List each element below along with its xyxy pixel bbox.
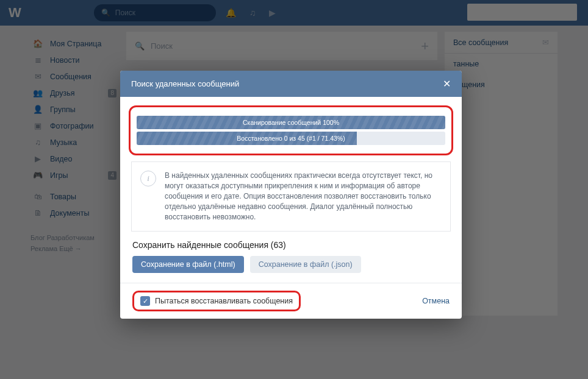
progress-restore: Восстановлено 0 из 45 (#1 / 71.43%): [137, 132, 445, 145]
checkbox-checked-icon[interactable]: ✓: [140, 296, 150, 306]
progress-scan: Сканирование сообщений 100%: [137, 116, 445, 129]
modal-header: Поиск удаленных сообщений ✕: [120, 71, 462, 97]
progress-group-highlight: Сканирование сообщений 100% Восстановлен…: [129, 105, 453, 155]
deleted-messages-modal: Поиск удаленных сообщений ✕ Сканирование…: [120, 71, 462, 319]
save-html-button[interactable]: Сохранение в файл (.html): [132, 256, 244, 273]
checkbox-label: Пытаться восстанавливать сообщения: [155, 297, 293, 305]
save-json-button[interactable]: Сохранение в файл (.json): [250, 256, 361, 273]
info-box: i В найденных удаленных сообщениях практ…: [131, 161, 451, 232]
info-icon: i: [140, 171, 156, 186]
cancel-link[interactable]: Отмена: [422, 297, 450, 305]
info-text: В найденных удаленных сообщениях практич…: [165, 171, 442, 222]
restore-checkbox-highlight[interactable]: ✓ Пытаться восстанавливать сообщения: [132, 291, 301, 311]
save-title: Сохранить найденные сообщения (63): [120, 240, 462, 256]
modal-footer: ✓ Пытаться восстанавливать сообщения Отм…: [120, 283, 462, 319]
modal-title: Поиск удаленных сообщений: [131, 79, 239, 88]
progress-restore-label: Восстановлено 0 из 45 (#1 / 71.43%): [137, 132, 445, 145]
progress-scan-label: Сканирование сообщений 100%: [137, 116, 445, 129]
close-icon[interactable]: ✕: [443, 78, 451, 90]
save-buttons: Сохранение в файл (.html) Сохранение в ф…: [120, 256, 462, 283]
